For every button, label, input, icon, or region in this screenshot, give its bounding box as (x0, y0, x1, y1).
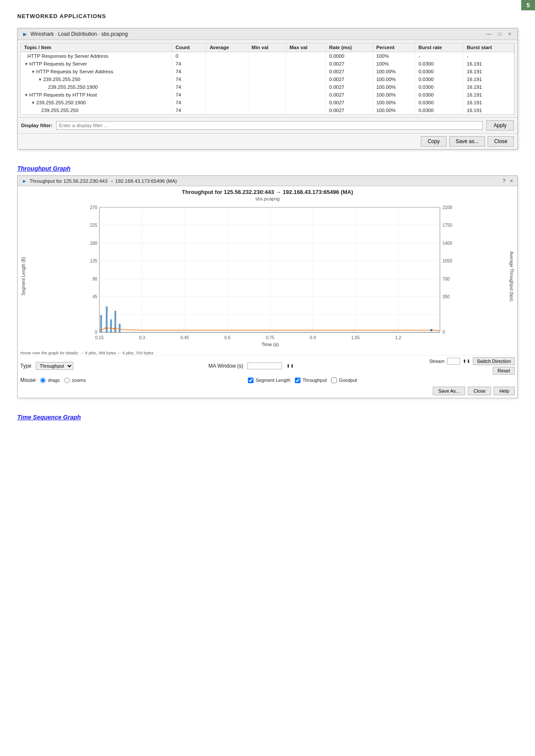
svg-text:180: 180 (90, 241, 97, 246)
tp-bottom-buttons: Save As... Close Help (18, 385, 517, 398)
expand-arrow: ▼ (24, 93, 28, 97)
svg-point-47 (113, 328, 116, 330)
reset-button[interactable]: Reset (493, 367, 515, 375)
cell-avg (206, 99, 248, 106)
expand-arrow: ▼ (31, 100, 35, 105)
cell-burst-rate: 0.0300 (415, 75, 463, 83)
col-maxval: Max val (286, 43, 325, 52)
tp-help-button[interactable]: Help (494, 387, 515, 395)
table-row[interactable]: HTTP Responses by Server Address 0 0.000… (21, 52, 514, 60)
page-title: NETWORKED APPLICATIONS (17, 13, 518, 19)
table-row[interactable]: ▼HTTP Requests by HTTP Host 74 0.0027 10… (21, 91, 514, 99)
cell-burst-start: 16.191 (463, 68, 514, 75)
cell-count: 74 (172, 106, 206, 114)
segment-length-label: Segment Length (256, 378, 291, 383)
cell-percent: 100.00% (372, 106, 415, 114)
goodput-checkbox[interactable] (331, 378, 337, 383)
tp-svg: 270 225 180 135 90 45 0 2100 1750 1400 1… (27, 203, 508, 350)
tp-save-as-button[interactable]: Save As... (433, 387, 466, 395)
cell-count: 74 (172, 91, 206, 99)
svg-text:1050: 1050 (443, 259, 453, 263)
apply-button[interactable]: Apply (486, 120, 514, 131)
throughput-check-label: Throughput (295, 378, 327, 383)
segment-length-checkbox[interactable] (248, 378, 253, 383)
table-row[interactable]: ▼HTTP Requests by Server Address 74 0.00… (21, 68, 514, 75)
table-row[interactable]: ▼239.255.255.250:1900 74 0.0027 100.00% … (21, 99, 514, 106)
zooms-radio[interactable] (64, 378, 70, 383)
switch-direction-button[interactable]: Switch Direction (473, 357, 515, 365)
goodput-check-label: Goodput (331, 378, 357, 383)
cell-rate: 0.0027 (325, 75, 372, 83)
goodput-label: Goodput (339, 378, 357, 383)
tp-chart-inner: 270 225 180 135 90 45 0 2100 1750 1400 1… (27, 203, 508, 350)
close-button[interactable]: × (507, 31, 513, 37)
table-row[interactable]: ▼HTTP Requests by Server 74 0.0027 100% … (21, 60, 514, 68)
cell-min (248, 68, 286, 75)
svg-text:1.2: 1.2 (395, 335, 401, 340)
save-as-button[interactable]: Save as... (449, 136, 485, 147)
type-select[interactable]: Throughput (36, 362, 73, 370)
cell-rate: 0.0027 (325, 83, 372, 91)
cell-avg (206, 75, 248, 83)
minimize-button[interactable]: — (485, 31, 493, 37)
cell-percent: 100% (372, 60, 415, 68)
ma-window-stepper[interactable]: ⬆⬇ (286, 363, 294, 369)
tp-help-btn[interactable]: ? (502, 178, 505, 184)
svg-text:0.9: 0.9 (310, 335, 316, 340)
tp-titlebar-controls: ? × (502, 178, 513, 184)
zooms-label: zooms (72, 378, 86, 383)
ma-window-input[interactable]: 1.000000 (247, 362, 282, 369)
col-minval: Min val (248, 43, 286, 52)
table-row[interactable]: ▼239.255.255.250 74 0.0027 100.00% 0.030… (21, 75, 514, 83)
cell-burst-rate: 0.0300 (415, 83, 463, 91)
cell-avg (206, 60, 248, 68)
stream-input[interactable]: 6 (447, 358, 460, 365)
cell-count: 74 (172, 99, 206, 106)
table-row[interactable]: 239.255.255.250:1900 74 0.0027 100.00% 0… (21, 83, 514, 91)
ma-window-label: MA Window (s) (209, 363, 244, 369)
filter-label: Display filter: (21, 123, 53, 128)
cell-percent: 100.00% (372, 75, 415, 83)
cell-label: 239.255.255.250:1900 (21, 83, 172, 91)
tp-shark-icon: ► (22, 178, 27, 184)
cell-label: HTTP Responses by Server Address (21, 52, 172, 60)
drags-label: drags (48, 378, 60, 383)
throughput-checkbox[interactable] (295, 378, 300, 383)
tp-close-button[interactable]: Close (468, 387, 491, 395)
cell-min (248, 52, 286, 60)
tp-close-btn[interactable]: × (510, 178, 513, 184)
table-row[interactable]: 239.255.255.250 74 0.0027 100.00% 0.0300… (21, 106, 514, 114)
cell-max (286, 60, 325, 68)
cell-avg (206, 91, 248, 99)
tp-chart-area: Throughput for 125.56.232.230:443 → 192.… (18, 186, 517, 350)
load-distribution-titlebar: ► Wireshark · Load Distribution · sbs.pc… (18, 28, 517, 40)
cell-burst-start: 16.191 (463, 75, 514, 83)
cell-max (286, 68, 325, 75)
tp-chart-subtitle: sbs.pcapng (20, 196, 515, 201)
stream-stepper[interactable]: ⬆⬇ (463, 359, 470, 364)
cell-label: ▼239.255.255.250 (21, 75, 172, 83)
copy-button[interactable]: Copy (421, 136, 447, 147)
cell-max (286, 99, 325, 106)
restore-button[interactable]: □ (497, 31, 503, 37)
reset-btn-row: Reset (493, 367, 515, 375)
filter-input[interactable] (56, 121, 483, 130)
col-topic: Topic / Item (21, 43, 172, 52)
segment-length-check-label: Segment Length (248, 378, 291, 383)
tp-stream-row: Stream 6 ⬆⬇ Switch Direction (429, 357, 515, 365)
expand-arrow: ▼ (24, 62, 28, 66)
close-button[interactable]: Close (488, 136, 514, 147)
svg-text:700: 700 (443, 277, 450, 281)
drags-radio[interactable] (40, 378, 46, 383)
cell-burst-rate: 0.0300 (415, 68, 463, 75)
cell-burst-rate: 0.0300 (415, 99, 463, 106)
tp-mouse-row: Mouse drags zooms Segment Length Through… (18, 376, 517, 385)
type-label: Type (20, 363, 31, 369)
col-burstrate: Burst rate (415, 43, 463, 52)
cell-label: ▼HTTP Requests by Server (21, 60, 172, 68)
svg-text:1400: 1400 (443, 241, 453, 246)
cell-burst-start: 16.191 (463, 106, 514, 114)
tp-chart-title: Throughput for 125.56.232.230:443 → 192.… (20, 189, 515, 195)
cell-percent: 100.00% (372, 91, 415, 99)
wireshark-icon: ► (22, 31, 28, 37)
